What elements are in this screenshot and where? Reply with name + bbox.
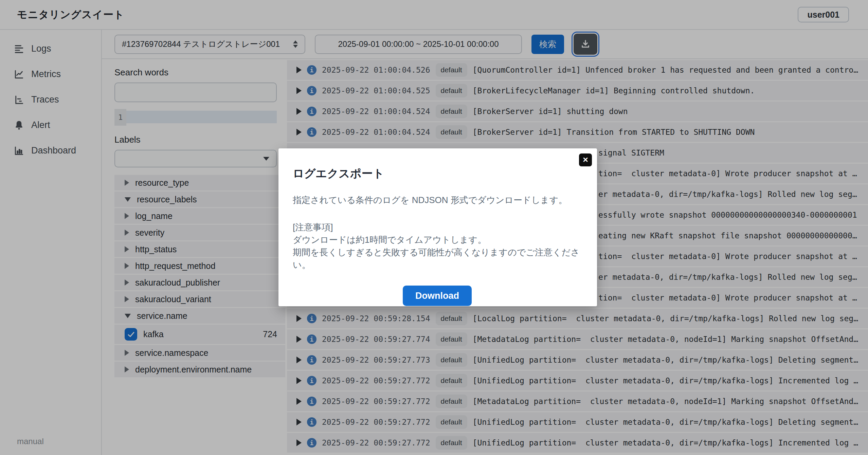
- download-button[interactable]: Download: [403, 286, 472, 306]
- app-root: モニタリングスイート user001 Logs: [0, 0, 868, 455]
- modal-note-line-2: 期間を長くしすぎると失敗する可能性が高くなりますのでご注意ください。: [293, 246, 582, 271]
- modal-description: 指定されている条件のログを NDJSON 形式でダウンロードします。: [293, 194, 582, 206]
- modal-note: [注意事項] ダウンロードは約1時間でタイムアウトします。 期間を長くしすぎると…: [293, 221, 582, 271]
- modal-note-line-1: ダウンロードは約1時間でタイムアウトします。: [293, 234, 582, 246]
- modal-close-button[interactable]: ✕: [579, 153, 592, 166]
- modal-title: ログエクスポート: [293, 166, 582, 181]
- log-export-modal: ✕ ログエクスポート 指定されている条件のログを NDJSON 形式でダウンロー…: [278, 148, 597, 306]
- modal-note-heading: [注意事項]: [293, 221, 582, 234]
- close-icon: ✕: [582, 156, 589, 164]
